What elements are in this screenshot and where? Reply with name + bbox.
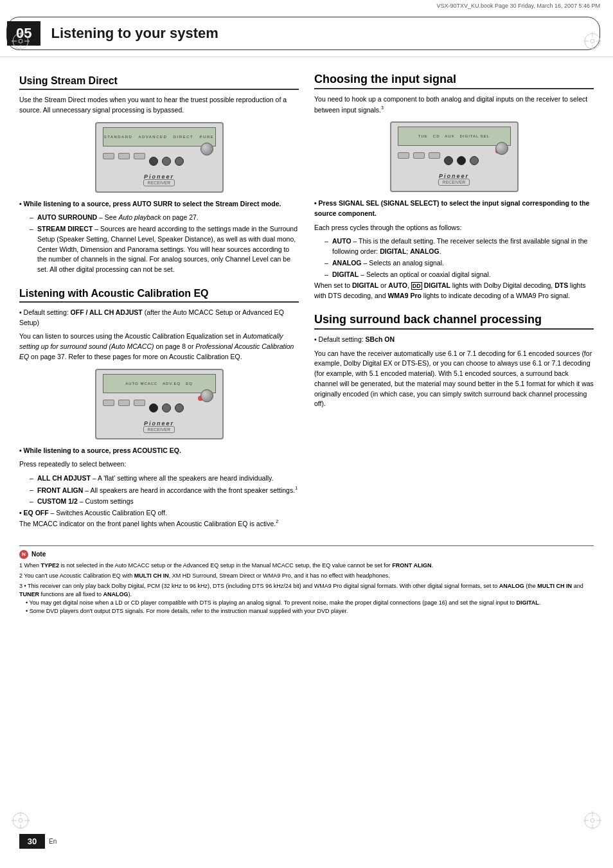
section-title-stream-direct: Using Stream Direct [19, 75, 299, 90]
note-5: • Some DVD players don't output DTS sign… [19, 607, 594, 616]
note-items: 1 When TYPE2 is not selected in the Auto… [19, 562, 594, 616]
note-header: N Note [19, 550, 594, 559]
btn-3 [134, 153, 145, 159]
page-footer: 30 En [0, 834, 613, 849]
acoustic-options: ALL CH ADJUST – A 'flat' setting where a… [19, 474, 299, 507]
display-area-3: TUE CD AUX DIGITAL SEL [398, 127, 511, 146]
page-header: 05 Listening to your system [0, 10, 613, 57]
model-label-1: RECEIVER [143, 179, 175, 186]
btn-circle-1 [149, 157, 158, 166]
eq-off-note: • EQ OFF – Switches Acoustic Calibration… [19, 508, 299, 529]
btn-3-2 [413, 152, 425, 159]
corner-mark-bl [12, 811, 30, 829]
btn-circle-2-2 [162, 403, 171, 412]
buttons-row-3 [398, 152, 479, 161]
surround-back-body: You can have the receiver automatically … [314, 349, 594, 410]
display-area-1: STANDARD ADVANCED DIRECT PURE [103, 127, 216, 146]
corner-mark-tl [12, 32, 30, 50]
receiver-image-3: TUE CD AUX DIGITAL SEL Pioneer RECEIVER [390, 121, 519, 192]
input-option-auto: AUTO – This is the default setting. The … [324, 236, 594, 257]
section-title-acoustic: Listening with Acoustic Calibration EQ [19, 288, 299, 303]
btn-3-3 [429, 152, 440, 159]
receiver-image-2: AUTO MCACC ADV.EQ EQ Pioneer RECEIVER [95, 369, 224, 439]
surround-back-default: • Default setting: SBch ON [314, 335, 594, 345]
btn-3-1 [398, 152, 409, 159]
choosing-input-press-body: Each press cycles through the options as… [314, 223, 594, 233]
knob-3 [495, 142, 508, 155]
btn-1 [103, 153, 114, 159]
btn-circle-3 [175, 157, 184, 166]
model-label-2: RECEIVER [143, 426, 175, 433]
knob-2 [200, 389, 213, 402]
input-option-analog: ANALOG – Selects an analog signal. [324, 258, 594, 269]
btn-circle-2-1 [149, 403, 158, 412]
btn-circle-3-3 [470, 156, 479, 165]
right-column: Choosing the input signal You need to ho… [314, 64, 594, 533]
left-column: Using Stream Direct Use the Stream Direc… [19, 64, 299, 533]
acoustic-press-note: • While listening to a source, press ACO… [19, 446, 299, 456]
stream-option-auto-surr: AUTO SURROUND – See Auto playback on pag… [30, 213, 299, 223]
knob-1 [200, 143, 213, 155]
btn-circle-2-3 [175, 403, 184, 412]
buttons-row-1 [103, 153, 184, 162]
corner-mark-tr [583, 32, 601, 50]
acoustic-option-front-align: FRONT ALIGN – All speakers are heard in … [30, 485, 299, 495]
acoustic-option-all-ch: ALL CH ADJUST – A 'flat' setting where a… [30, 474, 299, 484]
btn-circle-3-1 [444, 156, 453, 165]
stream-option-stream-direct: STREAM DIRECT – Sources are heard accord… [30, 224, 299, 275]
btn-2-2 [118, 400, 130, 406]
receiver-image-1: STANDARD ADVANCED DIRECT PURE Pioneer RE… [95, 122, 224, 193]
stream-direct-press-note: • While listening to a source, press AUT… [19, 199, 299, 209]
svg-point-19 [591, 819, 594, 822]
stream-direct-body: Use the Stream Direct modes when you wan… [19, 95, 299, 116]
note-3: 3 • This receiver can only play back Dol… [19, 582, 594, 599]
display-area-2: AUTO MCACC ADV.EQ EQ [103, 374, 216, 393]
notes-section-wrapper: N Note 1 When TYPE2 is not selected in t… [0, 545, 613, 654]
model-label-3: RECEIVER [438, 179, 470, 186]
section-title-choosing-input: Choosing the input signal [314, 73, 594, 89]
notes-section: N Note 1 When TYPE2 is not selected in t… [19, 545, 594, 616]
btn-2-3 [134, 400, 145, 406]
btn-2-1 [103, 400, 114, 406]
note-1: 1 When TYPE2 is not selected in the Auto… [19, 562, 594, 570]
svg-point-13 [19, 819, 22, 822]
input-option-digital: DIGITAL – Selects an optical or coaxial … [324, 270, 594, 280]
digital-note: When set to DIGITAL or AUTO, DD DIGITAL … [314, 281, 594, 301]
btn-2 [118, 153, 130, 159]
acoustic-press-body: Press repeatedly to select between: [19, 459, 299, 470]
section-title-surround-back: Using surround back channel processing [314, 313, 594, 330]
chapter-title: Listening to your system [51, 25, 218, 42]
file-info: VSX-90TXV_KU.book Page 30 Friday, March … [0, 0, 613, 10]
choosing-input-body: You need to hook up a component to both … [314, 94, 594, 115]
acoustic-default-note: • Default setting: OFF / ALL CH ADJUST (… [19, 308, 299, 328]
main-content: Using Stream Direct Use the Stream Direc… [0, 57, 613, 539]
svg-point-7 [591, 39, 594, 43]
svg-point-1 [19, 39, 22, 43]
corner-mark-br [583, 811, 601, 829]
page-number: 30 [19, 834, 45, 849]
acoustic-body1: You can listen to sources using the Acou… [19, 332, 299, 362]
header-box: 05 Listening to your system [6, 17, 600, 50]
page-lang: En [49, 838, 57, 845]
note-2: 2 You can't use Acoustic Calibration EQ … [19, 572, 594, 580]
note-icon: N [19, 550, 28, 559]
buttons-row-2 [103, 400, 184, 409]
btn-circle-2 [162, 157, 171, 166]
choosing-input-press-note: • Press SIGNAL SEL (SIGNAL SELECT) to se… [314, 199, 594, 219]
note-4: • You may get digital noise when a LD or… [19, 599, 594, 607]
acoustic-option-custom: CUSTOM 1/2 – Custom settings [30, 497, 299, 507]
choosing-input-options: AUTO – This is the default setting. The … [314, 236, 594, 279]
btn-circle-3-2 [457, 156, 466, 165]
stream-direct-options: AUTO SURROUND – See Auto playback on pag… [19, 213, 299, 275]
